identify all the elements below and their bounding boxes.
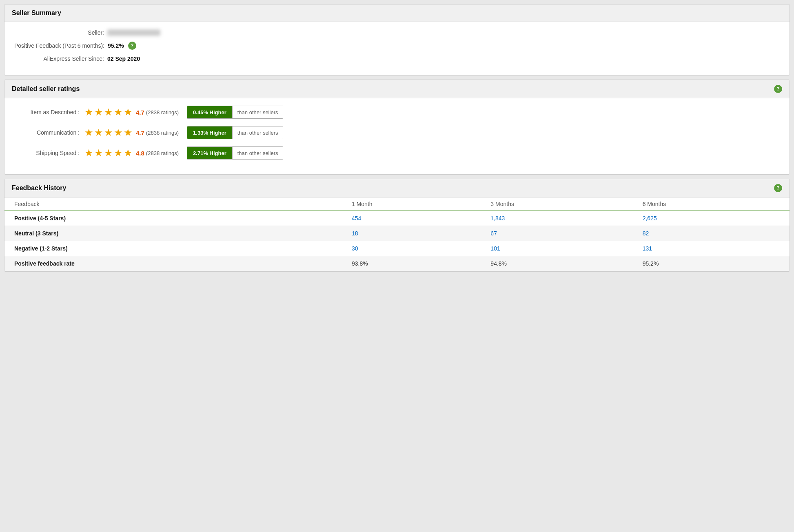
- stars-2: ★ ★ ★ ★ ★: [84, 148, 133, 158]
- rating-count-2: (2838 ratings): [146, 150, 179, 156]
- badge-percent-2: 2.71% Higher: [187, 147, 232, 159]
- star-3: ★: [104, 107, 113, 117]
- rating-label-2: Shipping Speed :: [14, 150, 80, 156]
- seller-name-blurred: [107, 29, 160, 36]
- stars-0: ★ ★ ★ ★ ★: [84, 107, 133, 117]
- row0-label: Positive (4-5 Stars): [4, 211, 347, 226]
- rating-count-0: (2838 ratings): [146, 109, 179, 115]
- col-1month: 1 Month: [347, 197, 486, 211]
- star-2: ★: [94, 107, 103, 117]
- comparison-badge-2: 2.71% Higher than other sellers: [187, 146, 283, 160]
- detailed-ratings-title: Detailed seller ratings: [12, 85, 80, 93]
- star-2: ★: [94, 148, 103, 158]
- table-row: Positive feedback rate 93.8% 94.8% 95.2%: [4, 256, 790, 271]
- feedback-history-body: Feedback 1 Month 3 Months 6 Months Posit…: [4, 197, 790, 271]
- seller-summary-header: Seller Summary: [4, 4, 790, 22]
- row2-label: Negative (1-2 Stars): [4, 241, 347, 256]
- comparison-badge-1: 1.33% Higher than other sellers: [187, 126, 283, 139]
- rating-row-item-as-described: Item as Described : ★ ★ ★ ★ ★ 4.7 (2838 …: [14, 106, 780, 119]
- seller-summary-card: Seller Summary Seller: Positive Feedback…: [4, 4, 790, 75]
- seller-summary-body: Seller: Positive Feedback (Past 6 months…: [4, 22, 790, 75]
- star-5: ★: [124, 128, 133, 137]
- rating-label-0: Item as Described :: [14, 109, 80, 115]
- seller-name-row: Seller:: [14, 29, 780, 36]
- col-6months: 6 Months: [638, 197, 790, 211]
- seller-summary-title: Seller Summary: [12, 9, 61, 17]
- row1-6months[interactable]: 82: [638, 226, 790, 241]
- row1-3months[interactable]: 67: [486, 226, 637, 241]
- row3-3months: 94.8%: [486, 256, 637, 271]
- detailed-ratings-header: Detailed seller ratings ?: [4, 80, 790, 98]
- feedback-history-help-icon[interactable]: ?: [774, 184, 782, 192]
- star-2: ★: [94, 128, 103, 137]
- badge-percent-1: 1.33% Higher: [187, 126, 232, 139]
- feedback-table-head: Feedback 1 Month 3 Months 6 Months: [4, 197, 790, 211]
- positive-feedback-label: Positive Feedback (Past 6 months):: [14, 42, 104, 49]
- star-5: ★: [124, 107, 133, 117]
- feedback-table-body: Positive (4-5 Stars) 454 1,843 2,625 Neu…: [4, 211, 790, 271]
- badge-percent-0: 0.45% Higher: [187, 106, 232, 118]
- row3-1month: 93.8%: [347, 256, 486, 271]
- row2-1month[interactable]: 30: [347, 241, 486, 256]
- rating-row-communication: Communication : ★ ★ ★ ★ ★ 4.7 (2838 rati…: [14, 126, 780, 139]
- row3-6months: 95.2%: [638, 256, 790, 271]
- detailed-ratings-body: Item as Described : ★ ★ ★ ★ ★ 4.7 (2838 …: [4, 98, 790, 174]
- detailed-ratings-card: Detailed seller ratings ? Item as Descri…: [4, 80, 790, 175]
- seller-since-label: AliExpress Seller Since:: [14, 55, 104, 62]
- rating-row-shipping: Shipping Speed : ★ ★ ★ ★ ★ 4.8 (2838 rat…: [14, 146, 780, 160]
- positive-feedback-row: Positive Feedback (Past 6 months): 95.2%…: [14, 42, 780, 50]
- row1-label: Neutral (3 Stars): [4, 226, 347, 241]
- star-1: ★: [84, 148, 93, 158]
- row0-3months[interactable]: 1,843: [486, 211, 637, 226]
- row0-1month[interactable]: 454: [347, 211, 486, 226]
- feedback-history-title: Feedback History: [12, 184, 66, 192]
- badge-other-2: than other sellers: [232, 147, 283, 159]
- star-5: ★: [124, 148, 133, 158]
- star-4: ★: [114, 148, 123, 158]
- rating-score-1: 4.7: [136, 129, 144, 136]
- table-row: Neutral (3 Stars) 18 67 82: [4, 226, 790, 241]
- col-3months: 3 Months: [486, 197, 637, 211]
- star-4: ★: [114, 107, 123, 117]
- rating-count-1: (2838 ratings): [146, 130, 179, 136]
- row2-6months[interactable]: 131: [638, 241, 790, 256]
- rating-score-2: 4.8: [136, 150, 144, 157]
- star-1: ★: [84, 128, 93, 137]
- table-row: Negative (1-2 Stars) 30 101 131: [4, 241, 790, 256]
- row1-1month[interactable]: 18: [347, 226, 486, 241]
- rating-label-1: Communication :: [14, 129, 80, 136]
- badge-other-0: than other sellers: [232, 106, 283, 118]
- table-row: Positive (4-5 Stars) 454 1,843 2,625: [4, 211, 790, 226]
- feedback-history-header: Feedback History ?: [4, 179, 790, 197]
- positive-feedback-value: 95.2%: [108, 42, 124, 49]
- feedback-table-header-row: Feedback 1 Month 3 Months 6 Months: [4, 197, 790, 211]
- feedback-history-card: Feedback History ? Feedback 1 Month 3 Mo…: [4, 179, 790, 272]
- rating-score-0: 4.7: [136, 109, 144, 116]
- star-3: ★: [104, 148, 113, 158]
- col-feedback: Feedback: [4, 197, 347, 211]
- star-3: ★: [104, 128, 113, 137]
- detailed-ratings-help-icon[interactable]: ?: [774, 85, 782, 93]
- row2-3months[interactable]: 101: [486, 241, 637, 256]
- badge-other-1: than other sellers: [232, 126, 283, 139]
- stars-1: ★ ★ ★ ★ ★: [84, 128, 133, 137]
- seller-since-value: 02 Sep 2020: [107, 55, 140, 62]
- seller-label: Seller:: [14, 29, 104, 36]
- feedback-table: Feedback 1 Month 3 Months 6 Months Posit…: [4, 197, 790, 271]
- star-4: ★: [114, 128, 123, 137]
- row3-label: Positive feedback rate: [4, 256, 347, 271]
- positive-feedback-help-icon[interactable]: ?: [128, 42, 136, 50]
- row0-6months[interactable]: 2,625: [638, 211, 790, 226]
- seller-since-row: AliExpress Seller Since: 02 Sep 2020: [14, 55, 780, 62]
- star-1: ★: [84, 107, 93, 117]
- comparison-badge-0: 0.45% Higher than other sellers: [187, 106, 283, 119]
